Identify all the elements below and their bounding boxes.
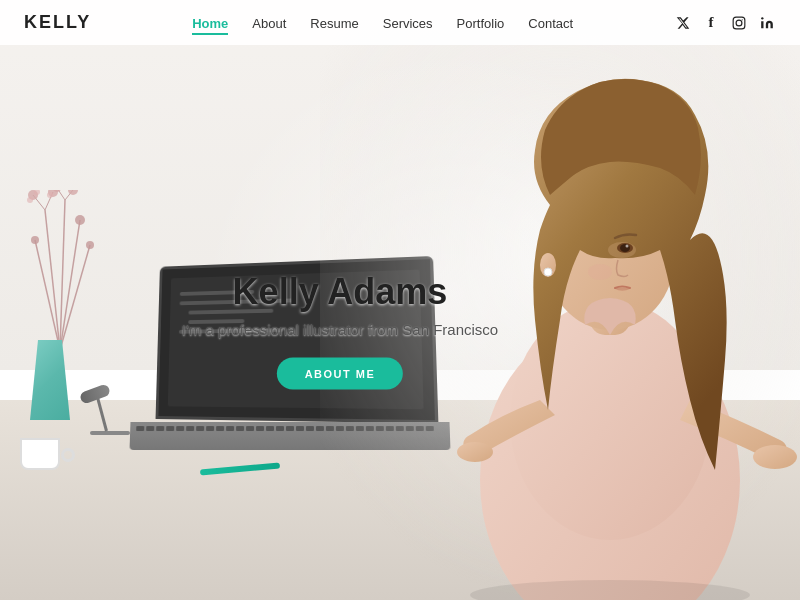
nav-item-portfolio[interactable]: Portfolio	[457, 14, 505, 32]
hero-subtitle: I'm a professional illustrator from San …	[182, 321, 498, 338]
linkedin-icon[interactable]	[758, 14, 776, 32]
nav-link-portfolio[interactable]: Portfolio	[457, 16, 505, 31]
svg-point-35	[620, 244, 630, 252]
svg-point-18	[47, 192, 53, 198]
svg-point-17	[27, 197, 33, 203]
svg-line-1	[60, 200, 65, 350]
site-logo[interactable]: KELLY	[24, 12, 91, 33]
svg-line-4	[60, 245, 90, 350]
coffee-cup	[20, 430, 65, 470]
nav-item-resume[interactable]: Resume	[310, 14, 358, 32]
about-me-button[interactable]: ABOUT ME	[277, 358, 404, 390]
nav-item-home[interactable]: Home	[192, 14, 228, 32]
svg-point-14	[31, 236, 39, 244]
social-icons-group: f	[674, 14, 776, 32]
site-header: KELLY Home About Resume Services Portfol…	[0, 0, 800, 45]
nav-link-about[interactable]: About	[252, 16, 286, 31]
svg-line-3	[35, 240, 60, 350]
hero-section: Kelly Adams I'm a professional illustrat…	[0, 0, 800, 600]
svg-point-43	[742, 19, 743, 20]
nav-item-contact[interactable]: Contact	[528, 14, 573, 32]
nav-list: Home About Resume Services Portfolio Con…	[192, 14, 573, 32]
svg-point-15	[86, 241, 94, 249]
nav-item-about[interactable]: About	[252, 14, 286, 32]
svg-point-36	[626, 245, 629, 248]
nav-link-resume[interactable]: Resume	[310, 16, 358, 31]
main-nav: Home About Resume Services Portfolio Con…	[192, 14, 573, 32]
nav-link-home[interactable]: Home	[192, 16, 228, 35]
svg-line-0	[45, 210, 60, 350]
instagram-icon[interactable]	[730, 14, 748, 32]
nav-link-contact[interactable]: Contact	[528, 16, 573, 31]
svg-point-37	[588, 264, 612, 280]
flowers-svg	[15, 190, 105, 350]
hero-text-block: Kelly Adams I'm a professional illustrat…	[182, 271, 498, 390]
nav-item-services[interactable]: Services	[383, 14, 433, 32]
svg-point-44	[761, 17, 763, 19]
svg-point-29	[753, 445, 797, 469]
twitter-icon[interactable]	[674, 14, 692, 32]
facebook-icon[interactable]: f	[702, 14, 720, 32]
hero-name: Kelly Adams	[182, 271, 498, 313]
svg-rect-41	[733, 17, 745, 29]
svg-point-13	[75, 215, 85, 225]
svg-point-42	[736, 20, 742, 26]
svg-point-30	[457, 442, 493, 462]
nav-link-services[interactable]: Services	[383, 16, 433, 31]
svg-point-39	[544, 268, 552, 276]
